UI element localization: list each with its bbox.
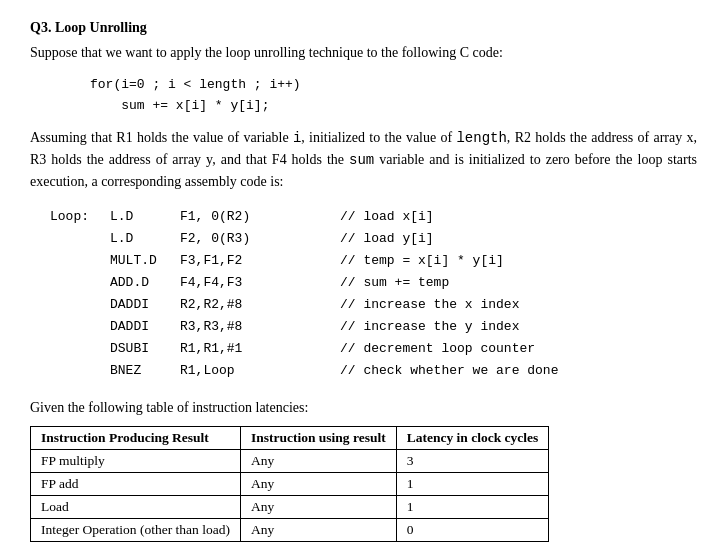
asm-operands: F1, 0(R2) [180, 206, 340, 228]
assembly-row: DADDIR3,R3,#8// increase the y index [50, 316, 697, 338]
question-title: Loop Unrolling [55, 20, 147, 35]
table-row: LoadAny1 [31, 495, 549, 518]
table-cell: 0 [396, 518, 549, 541]
table-header-cell: Instruction using result [240, 426, 396, 449]
asm-instr: DADDI [110, 294, 180, 316]
asm-instr: BNEZ [110, 360, 180, 382]
table-cell: Any [240, 495, 396, 518]
table-header-cell: Latency in clock cycles [396, 426, 549, 449]
asm-label [50, 360, 110, 382]
table-row: FP addAny1 [31, 472, 549, 495]
table-header-cell: Instruction Producing Result [31, 426, 241, 449]
var-sum: sum [349, 152, 374, 168]
asm-instr: DADDI [110, 316, 180, 338]
asm-operands: F2, 0(R3) [180, 228, 340, 250]
table-header-row: Instruction Producing ResultInstruction … [31, 426, 549, 449]
assembly-row: BNEZR1,Loop// check whether we are done [50, 360, 697, 382]
asm-label [50, 272, 110, 294]
asm-operands: R1,Loop [180, 360, 340, 382]
table-intro: Given the following table of instruction… [30, 397, 697, 418]
assembly-row: MULT.DF3,F1,F2// temp = x[i] * y[i] [50, 250, 697, 272]
asm-label [50, 316, 110, 338]
assembly-row: DSUBIR1,R1,#1// decrement loop counter [50, 338, 697, 360]
assembly-row: ADD.DF4,F4,F3// sum += temp [50, 272, 697, 294]
table-cell: FP multiply [31, 449, 241, 472]
asm-operands: R3,R3,#8 [180, 316, 340, 338]
table-cell: Any [240, 472, 396, 495]
var-length: length [456, 130, 506, 146]
table-row: FP multiplyAny3 [31, 449, 549, 472]
assumption-paragraph: Assuming that R1 holds the value of vari… [30, 127, 697, 194]
asm-instr: MULT.D [110, 250, 180, 272]
table-cell: 1 [396, 472, 549, 495]
assembly-row: L.DF2, 0(R3)// load y[i] [50, 228, 697, 250]
asm-comment: // decrement loop counter [340, 338, 535, 360]
code-line-2: sum += x[i] * y[i]; [90, 96, 697, 117]
assembly-block: Loop:L.DF1, 0(R2)// load x[i]L.DF2, 0(R3… [50, 206, 697, 383]
table-cell: Load [31, 495, 241, 518]
asm-label: Loop: [50, 206, 110, 228]
asm-instr: ADD.D [110, 272, 180, 294]
asm-label [50, 228, 110, 250]
asm-instr: L.D [110, 206, 180, 228]
latency-table: Instruction Producing ResultInstruction … [30, 426, 549, 542]
asm-operands: R2,R2,#8 [180, 294, 340, 316]
asm-comment: // load x[i] [340, 206, 434, 228]
asm-instr: L.D [110, 228, 180, 250]
asm-operands: F3,F1,F2 [180, 250, 340, 272]
table-cell: 3 [396, 449, 549, 472]
table-cell: Any [240, 449, 396, 472]
table-cell: 1 [396, 495, 549, 518]
asm-comment: // load y[i] [340, 228, 434, 250]
table-row: Integer Operation (other than load)Any0 [31, 518, 549, 541]
asm-comment: // increase the x index [340, 294, 519, 316]
var-i: i [293, 130, 301, 146]
asm-label [50, 250, 110, 272]
asm-comment: // check whether we are done [340, 360, 558, 382]
asm-comment: // increase the y index [340, 316, 519, 338]
question-intro: Suppose that we want to apply the loop u… [30, 42, 697, 63]
assembly-row: DADDIR2,R2,#8// increase the x index [50, 294, 697, 316]
assembly-row: Loop:L.DF1, 0(R2)// load x[i] [50, 206, 697, 228]
asm-label [50, 294, 110, 316]
question-header: Q3. Loop Unrolling [30, 20, 697, 36]
asm-operands: F4,F4,F3 [180, 272, 340, 294]
asm-instr: DSUBI [110, 338, 180, 360]
question-number: Q3. [30, 20, 51, 35]
code-line-1: for(i=0 ; i < length ; i++) [90, 75, 697, 96]
table-cell: Integer Operation (other than load) [31, 518, 241, 541]
code-block: for(i=0 ; i < length ; i++) sum += x[i] … [90, 75, 697, 117]
table-cell: FP add [31, 472, 241, 495]
question-container: Q3. Loop Unrolling Suppose that we want … [30, 20, 697, 542]
asm-operands: R1,R1,#1 [180, 338, 340, 360]
asm-label [50, 338, 110, 360]
asm-comment: // temp = x[i] * y[i] [340, 250, 504, 272]
table-cell: Any [240, 518, 396, 541]
asm-comment: // sum += temp [340, 272, 449, 294]
